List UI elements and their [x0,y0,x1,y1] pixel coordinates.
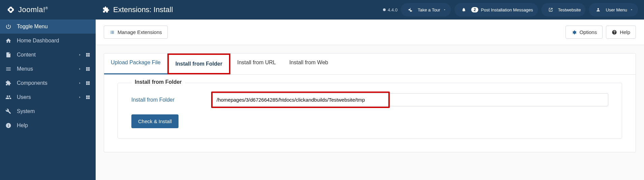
tab-install-folder[interactable]: Install from Folder [167,53,231,74]
brand-text: Joomla!® [18,5,48,14]
page-title: Extensions: Install [113,5,173,14]
help-button[interactable]: Help [606,26,636,39]
user-menu-button[interactable]: User Menu [589,3,638,16]
svg-rect-8 [88,69,90,71]
chevron-right-icon [78,67,82,71]
install-fieldset: Install from Folder Install from Folder … [118,83,622,139]
take-tour-button[interactable]: Take a Tour [401,3,451,16]
brand-logo[interactable]: Joomla!® [0,5,96,14]
svg-rect-16 [88,98,90,99]
chevron-right-icon [78,96,82,99]
gear-icon [571,30,577,35]
home-icon [5,38,13,44]
sidebar-item-help[interactable]: Help [0,118,96,133]
grid-icon[interactable] [86,67,90,71]
svg-rect-6 [88,67,90,69]
puzzle-icon [102,6,110,13]
install-folder-label: Install from Folder [131,97,212,103]
list-icon [109,30,115,35]
info-icon [5,122,13,129]
grid-icon[interactable] [86,95,90,100]
svg-rect-1 [86,53,88,55]
sidebar-item-components[interactable]: Components [0,76,96,90]
notifications-button[interactable]: 2 Post Installation Messages [454,3,538,16]
power-icon [5,24,13,30]
bars-icon [5,66,13,72]
svg-rect-12 [88,83,90,85]
install-folder-input[interactable] [212,93,608,106]
svg-rect-9 [86,81,88,83]
external-link-icon [546,5,555,14]
options-button[interactable]: Options [566,26,603,39]
svg-rect-5 [86,67,88,69]
map-signs-icon [406,5,415,14]
chevron-right-icon [78,81,82,85]
svg-rect-13 [86,96,88,97]
svg-rect-7 [86,69,88,71]
manage-extensions-button[interactable]: Manage Extensions [104,26,168,39]
version-badge: 4.4.0 [382,7,397,12]
question-icon [612,30,617,35]
grid-icon[interactable] [86,81,90,85]
svg-rect-15 [86,98,88,99]
chevron-down-icon [630,8,633,11]
sidebar-item-home[interactable]: Home Dashboard [0,34,96,48]
sidebar-item-content[interactable]: Content [0,48,96,62]
user-icon [593,5,603,14]
sidebar: Toggle Menu Home Dashboard Content Menus… [0,20,96,180]
site-link[interactable]: Testwebsite [541,3,586,16]
svg-rect-11 [86,83,88,85]
tab-upload-package[interactable]: Upload Package File [104,53,167,74]
users-icon [5,94,13,100]
wrench-icon [5,108,13,114]
svg-rect-14 [88,96,90,97]
bell-icon [459,5,469,14]
svg-rect-10 [88,81,90,83]
toggle-menu-button[interactable]: Toggle Menu [0,20,96,34]
joomla-icon [6,5,15,14]
file-icon [5,52,13,58]
sidebar-item-menus[interactable]: Menus [0,62,96,76]
sidebar-item-users[interactable]: Users [0,90,96,104]
svg-rect-2 [88,53,90,55]
check-install-button[interactable]: Check & Install [131,114,179,128]
tab-install-url[interactable]: Install from URL [230,53,283,74]
toolbar: Manage Extensions Options Help [96,20,644,45]
tab-install-web[interactable]: Install from Web [283,53,335,74]
svg-rect-4 [88,55,90,57]
svg-point-0 [383,8,386,11]
joomla-small-icon [382,8,386,12]
chevron-right-icon [78,53,82,57]
sidebar-item-system[interactable]: System [0,104,96,118]
grid-icon[interactable] [86,52,90,57]
install-card: Upload Package File Install from Folder … [104,53,636,152]
svg-rect-3 [86,55,88,57]
fieldset-legend: Install from Folder [131,79,185,85]
puzzle-icon [5,80,13,86]
tabs: Upload Package File Install from Folder … [104,53,636,75]
chevron-down-icon [443,8,446,11]
